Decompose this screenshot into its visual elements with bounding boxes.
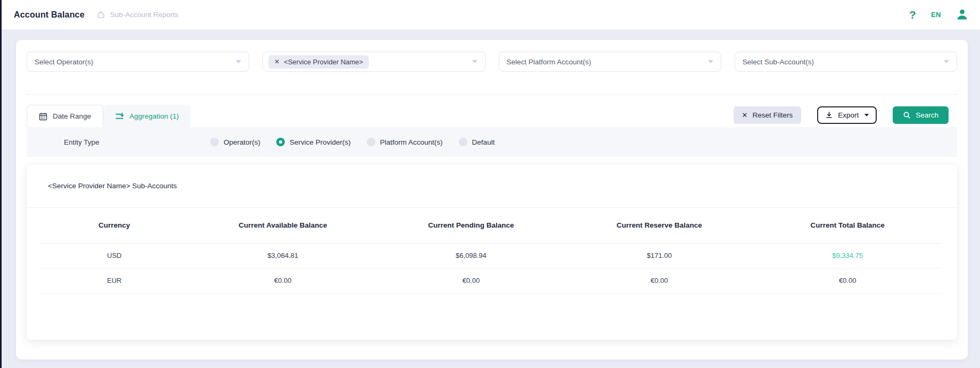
table-body: USD$3,064.81$6,098.94$171.00$9,334.75EUR… — [40, 243, 942, 293]
tab-aggregation-label: Aggregation (1) — [129, 112, 179, 120]
aggregation-icon — [115, 112, 124, 121]
operator-select-placeholder: Select Operator(s) — [35, 58, 93, 66]
radio-selected-icon[interactable] — [276, 138, 285, 146]
platform-account-select[interactable]: Select Platform Account(s) — [499, 52, 721, 72]
radio-option-label: Service Provider(s) — [290, 138, 351, 146]
tabs-row: Date Range Aggregation (1) ✕ Reset Filte… — [27, 105, 957, 127]
home-icon — [96, 10, 105, 19]
search-label: Search — [916, 111, 938, 119]
radio-option-label: Operator(s) — [224, 138, 260, 146]
entity-type-panel: Entity Type Operator(s)Service Provider(… — [27, 127, 957, 157]
column-header: Currency — [40, 208, 189, 243]
remove-chip-icon[interactable]: ✕ — [274, 58, 279, 65]
entity-type-label: Entity Type — [64, 138, 104, 146]
export-button[interactable]: Export — [817, 106, 877, 124]
reset-filters-button[interactable]: ✕ Reset Filters — [734, 106, 802, 124]
sub-account-placeholder: Select Sub-Account(s) — [743, 58, 814, 66]
action-buttons: ✕ Reset Filters Export — [734, 106, 958, 127]
chevron-down-icon — [472, 60, 477, 63]
search-icon — [903, 111, 911, 119]
reserve-balance-cell: €0.00 — [565, 268, 754, 293]
column-header: Current Reserve Balance — [565, 208, 754, 243]
user-icon[interactable] — [956, 9, 968, 21]
service-provider-chip: ✕ <Service Provider Name> — [268, 55, 369, 69]
main-content: Select Operator(s) ✕ <Service Provider N… — [0, 30, 980, 368]
page-title: Account Balance — [14, 10, 85, 20]
available-balance-cell: $3,064.81 — [189, 243, 377, 268]
export-label: Export — [838, 111, 859, 119]
search-button[interactable]: Search — [893, 106, 949, 124]
tab-date-range[interactable]: Date Range — [27, 105, 103, 127]
clear-icon: ✕ — [742, 112, 748, 119]
platform-account-placeholder: Select Platform Account(s) — [507, 58, 591, 66]
dashed-separator — [27, 94, 957, 95]
caret-down-icon — [864, 114, 869, 116]
radio-option-label: Default — [472, 138, 495, 146]
table-row: EUR€0.00€0.00€0.00€0.00 — [40, 268, 942, 293]
filter-row: Select Operator(s) ✕ <Service Provider N… — [27, 52, 957, 72]
radio-option-1[interactable]: Service Provider(s) — [276, 138, 351, 146]
tab-aggregation[interactable]: Aggregation (1) — [103, 105, 191, 127]
column-header: Current Available Balance — [189, 208, 377, 243]
language-selector[interactable]: EN — [931, 11, 941, 19]
sub-accounts-panel: <Service Provider Name> Sub-Accounts Cur… — [27, 164, 957, 340]
radio-option-0[interactable]: Operator(s) — [210, 138, 260, 146]
topbar: Account Balance Sub-Account Reports ? EN — [0, 0, 980, 30]
breadcrumb-label: Sub-Account Reports — [110, 11, 178, 19]
pending-balance-cell: €0.00 — [377, 268, 565, 293]
radio-option-2[interactable]: Platform Account(s) — [367, 138, 443, 146]
total-balance-cell: €0.00 — [753, 268, 942, 293]
pending-balance-cell: $6,098.94 — [377, 243, 565, 268]
collapsed-sidebar-edge — [0, 0, 2, 368]
help-icon[interactable]: ? — [909, 9, 916, 20]
filters-card: Select Operator(s) ✕ <Service Provider N… — [16, 40, 968, 359]
balances-table: CurrencyCurrent Available BalanceCurrent… — [40, 208, 942, 294]
tab-date-range-label: Date Range — [53, 112, 91, 120]
service-provider-select[interactable]: ✕ <Service Provider Name> — [262, 52, 485, 72]
table-header-row: CurrencyCurrent Available BalanceCurrent… — [40, 208, 942, 243]
download-icon — [825, 111, 833, 119]
breadcrumb[interactable]: Sub-Account Reports — [96, 10, 178, 19]
calendar-icon — [39, 112, 47, 121]
table-row: USD$3,064.81$6,098.94$171.00$9,334.75 — [40, 243, 942, 268]
radio-option-label: Platform Account(s) — [380, 138, 443, 146]
radio-option-3[interactable]: Default — [459, 138, 495, 146]
sub-accounts-title: <Service Provider Name> Sub-Accounts — [27, 164, 957, 190]
available-balance-cell: €0.00 — [189, 268, 377, 293]
chevron-down-icon — [944, 60, 949, 63]
radio-unselected-icon[interactable] — [210, 138, 219, 146]
operator-select[interactable]: Select Operator(s) — [27, 52, 249, 72]
topbar-right: ? EN — [909, 9, 968, 21]
column-header: Current Total Balance — [753, 208, 942, 243]
radio-unselected-icon[interactable] — [459, 138, 467, 146]
sub-account-select[interactable]: Select Sub-Account(s) — [735, 52, 957, 72]
currency-cell: USD — [40, 243, 189, 268]
currency-cell: EUR — [40, 268, 189, 293]
column-header: Current Pending Balance — [377, 208, 565, 243]
total-balance-cell: $9,334.75 — [753, 243, 942, 268]
service-provider-chip-label: <Service Provider Name> — [284, 58, 363, 66]
chevron-down-icon — [236, 60, 241, 63]
entity-type-options: Operator(s)Service Provider(s)Platform A… — [210, 138, 495, 146]
chevron-down-icon — [708, 60, 713, 63]
reset-filters-label: Reset Filters — [752, 111, 793, 119]
reserve-balance-cell: $171.00 — [565, 243, 754, 268]
radio-unselected-icon[interactable] — [367, 138, 375, 146]
